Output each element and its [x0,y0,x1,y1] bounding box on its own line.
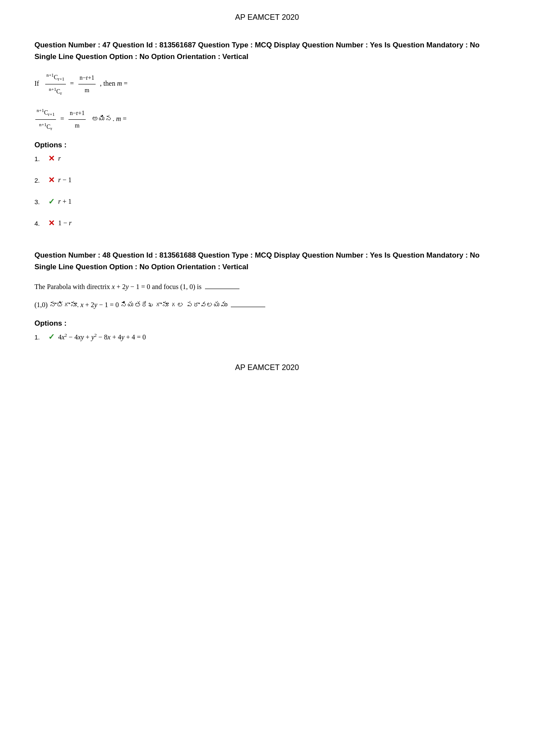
option-47-4-text: 1 − r [58,219,71,227]
option-47-1-number: 1. [34,155,45,162]
option-47-2-text: r − 1 [58,176,71,184]
option-48-1-number: 1. [34,333,45,341]
question-47-meta: Question Number : 47 Question Id : 81356… [34,39,500,62]
option-47-3-number: 3. [34,198,45,205]
option-47-4: 4. ✕ 1 − r [34,218,500,228]
option-47-4-number: 4. [34,220,45,227]
option-48-1-icon: ✓ [48,332,55,342]
question-48-options-label: Options : [34,319,500,328]
page-footer: AP EAMCET 2020 [34,363,500,372]
option-48-1-text: 4x2 − 4xy + y2 − 8x + 4y + 4 = 0 [58,333,146,341]
option-47-2-number: 2. [34,177,45,184]
option-47-3: 3. ✓ r + 1 [34,197,500,206]
question-48-telugu: (1,0) నాభిగానూ. x + 2y − 1 = 0 నియతరేఖగా… [34,299,500,311]
option-47-4-icon: ✕ [48,218,55,228]
option-47-2-icon: ✕ [48,175,55,185]
option-47-1: 1. ✕ r [34,154,500,163]
question-48-english: The Parabola with directrix x + 2y − 1 =… [34,281,500,293]
option-48-1: 1. ✓ 4x2 − 4xy + y2 − 8x + 4y + 4 = 0 [34,332,500,342]
question-47-telugu: n+1Cr+1 n+1Cr = n−r+1 m అయిన. m = [34,106,500,133]
option-47-1-icon: ✕ [48,154,55,163]
question-47-english: If n+1Cr+1 n+1Cr = n−r+1 m , then m = [34,70,500,98]
question-47-block: Question Number : 47 Question Id : 81356… [34,39,500,228]
option-47-3-text: r + 1 [58,198,71,205]
question-48-meta: Question Number : 48 Question Id : 81356… [34,249,500,273]
question-48-block: Question Number : 48 Question Id : 81356… [34,249,500,342]
option-47-2: 2. ✕ r − 1 [34,175,500,185]
page-header: AP EAMCET 2020 [34,13,500,22]
option-47-1-text: r [58,155,61,162]
question-47-options-label: Options : [34,141,500,149]
option-47-3-icon: ✓ [48,197,55,206]
